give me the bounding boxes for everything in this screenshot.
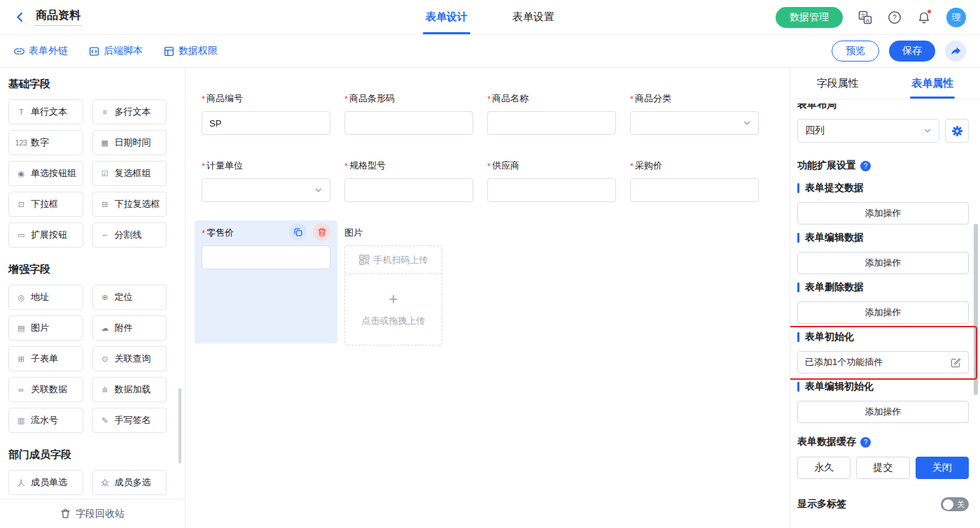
help-icon[interactable]: ? bbox=[888, 10, 902, 24]
required-mark: * bbox=[630, 161, 634, 171]
text-input[interactable] bbox=[202, 245, 330, 269]
single-line-text-icon: T bbox=[15, 108, 27, 116]
scan-upload-button[interactable]: 手机扫码上传 bbox=[345, 246, 442, 274]
sidebar-item-divider[interactable]: ╌分割线 bbox=[92, 222, 167, 248]
tab-form-settings[interactable]: 表单设置 bbox=[510, 0, 557, 34]
layout-settings-button[interactable] bbox=[945, 119, 969, 143]
tab-form-design[interactable]: 表单设计 bbox=[423, 0, 470, 34]
canvas-field[interactable]: *商品编号SP bbox=[195, 86, 337, 142]
toggle-knob bbox=[943, 499, 953, 510]
sidebar-item-linked-query[interactable]: ⊙关联查询 bbox=[92, 346, 167, 371]
canvas-field[interactable]: *商品名称 bbox=[480, 86, 623, 142]
sidebar-item-subform[interactable]: ⊞子表单 bbox=[8, 346, 83, 371]
sidebar-item-dropdown-multi[interactable]: ⊟下拉复选框 bbox=[92, 192, 167, 217]
select-input[interactable] bbox=[202, 178, 330, 202]
text-input[interactable] bbox=[487, 178, 616, 202]
tab-form-properties[interactable]: 表单属性 bbox=[886, 68, 980, 99]
sidebar-item-member-multi[interactable]: 众成员多选 bbox=[92, 470, 167, 495]
required-mark: * bbox=[344, 161, 348, 171]
avatar[interactable]: 理 bbox=[946, 8, 966, 27]
text-input[interactable] bbox=[344, 111, 473, 135]
plugin-field[interactable]: 已添加1个功能插件 bbox=[797, 351, 969, 373]
data-manage-button[interactable]: 数据管理 bbox=[776, 7, 843, 28]
sidebar-item-dropdown[interactable]: ⊡下拉框 bbox=[8, 192, 83, 217]
delete-field-button[interactable] bbox=[313, 223, 330, 241]
text-input[interactable] bbox=[344, 178, 473, 202]
help-question-icon[interactable]: ? bbox=[860, 437, 871, 448]
sidebar-item-extend-button[interactable]: ▭扩展按钮 bbox=[8, 222, 83, 248]
multi-line-text-icon: ≡ bbox=[99, 108, 111, 116]
canvas-field[interactable]: *商品条形码 bbox=[337, 86, 480, 142]
canvas-field[interactable]: *规格型号 bbox=[337, 153, 480, 209]
back-button[interactable] bbox=[14, 11, 26, 23]
form-canvas: *商品编号SP*商品条形码*商品名称*商品分类*计量单位*规格型号*供应商*采购… bbox=[186, 68, 790, 528]
cache-close-button[interactable]: 关闭 bbox=[916, 457, 969, 479]
canvas-field[interactable]: *计量单位 bbox=[195, 153, 337, 209]
data-permission-link[interactable]: 数据权限 bbox=[164, 45, 218, 57]
canvas-field[interactable]: *商品分类 bbox=[623, 86, 766, 142]
toolbar-links: 表单外链 后端脚本 数据权限 bbox=[14, 45, 218, 57]
sidebar-item-serial-number[interactable]: ▥流水号 bbox=[8, 408, 83, 433]
sidebar-item-number[interactable]: 123数字 bbox=[8, 130, 83, 155]
text-input[interactable] bbox=[630, 178, 759, 202]
multi-tab-toggle[interactable]: 关 bbox=[941, 497, 969, 511]
sidebar-item-single-line-text[interactable]: T单行文本 bbox=[8, 99, 83, 124]
notification-dot bbox=[927, 9, 932, 14]
signature-icon: ✎ bbox=[99, 416, 111, 425]
canvas-field[interactable]: *采购价 bbox=[623, 153, 766, 209]
sidebar-item-checkbox-group[interactable]: ☑复选框组 bbox=[92, 161, 167, 186]
form-toolbar: 表单外链 后端脚本 数据权限 预览 保存 bbox=[0, 35, 980, 68]
save-button[interactable]: 保存 bbox=[889, 41, 935, 62]
cache-permanent-button[interactable]: 永久 bbox=[797, 457, 850, 479]
click-upload-area[interactable]: +点击或拖拽上传 bbox=[345, 274, 442, 345]
canvas-field[interactable]: *供应商 bbox=[480, 153, 623, 209]
help-question-icon[interactable]: ? bbox=[860, 161, 871, 171]
multi-tab-row: 显示多标签 关 bbox=[797, 497, 969, 511]
sidebar-item-image[interactable]: ▤图片 bbox=[8, 315, 83, 341]
preview-button[interactable]: 预览 bbox=[832, 41, 879, 62]
translate-icon[interactable]: 文A bbox=[858, 10, 872, 24]
field-label: *零售价 bbox=[202, 226, 330, 240]
sidebar-item-datetime[interactable]: ▦日期时间 bbox=[92, 130, 167, 155]
text-input[interactable] bbox=[487, 111, 616, 135]
select-input[interactable] bbox=[630, 111, 759, 135]
panel-sections: 表单提交数据添加操作表单编辑数据添加操作表单删除数据添加操作表单初始化已添加1个… bbox=[797, 182, 969, 423]
sidebar-item-member-single[interactable]: 人成员单选 bbox=[8, 470, 83, 495]
tab-field-properties[interactable]: 字段属性 bbox=[790, 68, 886, 99]
add-action-button[interactable]: 添加操作 bbox=[797, 252, 969, 274]
radio-group-icon: ◉ bbox=[15, 169, 27, 178]
text-input[interactable]: SP bbox=[202, 111, 330, 135]
sidebar-item-multi-line-text[interactable]: ≡多行文本 bbox=[92, 99, 167, 124]
canvas-field[interactable]: 图片手机扫码上传+点击或拖拽上传 bbox=[337, 220, 480, 352]
sidebar-item-data-load[interactable]: ılı数据加载 bbox=[92, 377, 167, 402]
layout-select[interactable]: 四列 bbox=[797, 119, 939, 143]
checkbox-group-icon: ☑ bbox=[99, 169, 111, 178]
form-external-link[interactable]: 表单外链 bbox=[14, 45, 68, 57]
edit-icon[interactable] bbox=[951, 357, 961, 368]
subform-icon: ⊞ bbox=[15, 355, 27, 364]
add-action-button[interactable]: 添加操作 bbox=[797, 401, 969, 423]
sidebar-item-location[interactable]: ⊕定位 bbox=[92, 285, 167, 310]
sidebar-item-radio-group[interactable]: ◉单选按钮组 bbox=[8, 161, 83, 186]
sidebar-section-title: 增强字段 bbox=[8, 263, 167, 276]
backend-script-link[interactable]: 后端脚本 bbox=[89, 45, 143, 57]
add-action-button[interactable]: 添加操作 bbox=[797, 301, 969, 324]
field-recycle-bin[interactable]: 字段回收站 bbox=[0, 499, 185, 528]
bell-icon[interactable] bbox=[917, 10, 931, 24]
panel-scrollbar[interactable] bbox=[974, 224, 978, 395]
page-title[interactable]: 商品资料 bbox=[34, 8, 82, 26]
sidebar-scrollbar[interactable] bbox=[178, 388, 181, 464]
add-action-button[interactable]: 添加操作 bbox=[797, 202, 969, 224]
canvas-field[interactable]: *零售价 bbox=[195, 220, 337, 343]
sidebar-item-linked-data[interactable]: ∞关联数据 bbox=[8, 377, 83, 402]
sidebar-item-signature[interactable]: ✎手写签名 bbox=[92, 408, 167, 433]
copy-field-button[interactable] bbox=[289, 223, 307, 241]
cache-submit-button[interactable]: 提交 bbox=[856, 457, 909, 479]
field-label: *计量单位 bbox=[202, 159, 330, 173]
section-accent-bar bbox=[797, 382, 799, 392]
sidebar-item-address[interactable]: ◎地址 bbox=[8, 285, 83, 310]
sidebar-item-attachment[interactable]: ☁附件 bbox=[92, 315, 167, 341]
datetime-icon: ▦ bbox=[99, 138, 111, 148]
trash-icon bbox=[60, 508, 71, 519]
share-button[interactable] bbox=[945, 41, 966, 62]
